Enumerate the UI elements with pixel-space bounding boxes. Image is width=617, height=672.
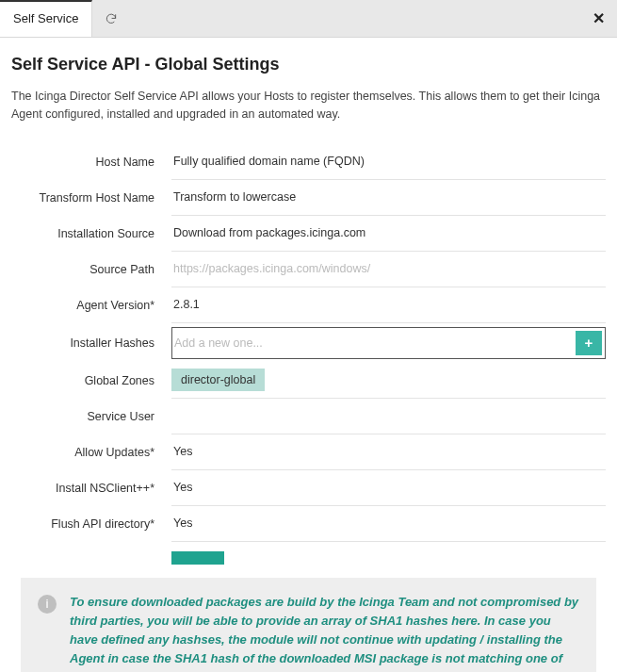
select-allow-updates[interactable]: Yes: [171, 439, 606, 464]
page-description: The Icinga Director Self Service API all…: [11, 88, 606, 123]
plus-icon: +: [585, 335, 593, 351]
refresh-button[interactable]: [92, 0, 130, 37]
input-service-user[interactable]: [171, 403, 606, 428]
close-button[interactable]: ✕: [579, 0, 617, 37]
label-install-nsclient: Install NSClient++*: [11, 482, 171, 495]
label-host-name: Host Name: [11, 156, 171, 169]
close-icon: ✕: [593, 9, 605, 27]
page-title: Self Service API - Global Settings: [11, 55, 606, 74]
tab-bar: Self Service ✕: [0, 0, 617, 38]
input-installer-hash[interactable]: [172, 328, 573, 358]
label-installation-source: Installation Source: [11, 227, 171, 240]
label-allow-updates: Allow Updates*: [11, 446, 171, 459]
select-transform-host-name[interactable]: Transform to lowercase: [171, 185, 606, 209]
label-transform-host-name: Transform Host Name: [11, 191, 171, 205]
tag-global-zone[interactable]: director-global: [171, 369, 265, 391]
select-installation-source[interactable]: Download from packages.icinga.com: [171, 221, 606, 245]
content-panel: Self Service API - Global Settings The I…: [0, 38, 617, 672]
refresh-icon: [105, 12, 118, 25]
tab-self-service[interactable]: Self Service: [0, 0, 92, 37]
label-global-zones: Global Zones: [11, 374, 171, 387]
info-icon: i: [38, 595, 57, 614]
select-install-nsclient[interactable]: Yes: [171, 475, 606, 500]
hint-text: To ensure downloaded packages are build …: [70, 593, 579, 673]
input-agent-version[interactable]: [171, 292, 606, 317]
input-source-path[interactable]: [171, 256, 606, 281]
label-agent-version: Agent Version*: [11, 299, 171, 312]
installer-hashes-control: +: [171, 327, 606, 359]
settings-form: Host Name Fully qualified domain name (F…: [11, 144, 606, 565]
select-host-name[interactable]: Fully qualified domain name (FQDN): [171, 149, 606, 173]
label-installer-hashes: Installer Hashes: [11, 336, 171, 350]
select-flush-api-dir[interactable]: Yes: [171, 511, 606, 535]
tabbar-spacer: [130, 0, 579, 37]
label-service-user: Service User: [11, 410, 171, 423]
add-hash-button[interactable]: +: [576, 331, 602, 355]
submit-button[interactable]: [171, 551, 224, 565]
label-flush-api-dir: Flush API directory*: [11, 517, 171, 531]
label-source-path: Source Path: [11, 263, 171, 276]
hint-box: i To ensure downloaded packages are buil…: [21, 578, 596, 673]
